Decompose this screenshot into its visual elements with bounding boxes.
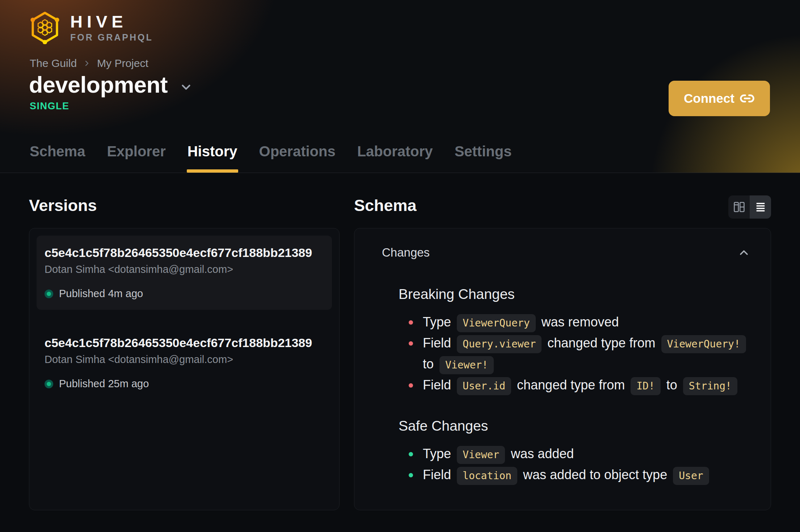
code-chip: location (457, 467, 517, 485)
tab-schema[interactable]: Schema (29, 143, 86, 173)
connect-button-label: Connect (684, 91, 734, 106)
list-view-button[interactable] (750, 195, 771, 219)
change-section-safe: Safe ChangesType Viewer was added Field … (399, 418, 750, 485)
versions-column: Versions c5e4c1c5f78b26465350e4ecf677cf1… (29, 196, 340, 510)
chevron-right-icon (83, 59, 91, 68)
breaking-bullet-icon (409, 383, 413, 388)
schema-column: Schema (354, 196, 771, 510)
changes-label: Changes (382, 246, 430, 259)
version-author: Dotan Simha <dotansimha@gmail.com> (45, 263, 324, 275)
version-status: Published 4m ago (45, 288, 324, 300)
version-status-text: Published 4m ago (59, 288, 143, 300)
version-hash: c5e4c1c5f78b26465350e4ecf677cf188bb21389 (45, 336, 324, 350)
change-section-breaking: Breaking ChangesType ViewerQuery was rem… (399, 286, 750, 396)
view-mode-toggle (728, 195, 771, 219)
code-chip: ID! (631, 377, 661, 395)
tab-explorer[interactable]: Explorer (106, 143, 166, 173)
versions-panel: c5e4c1c5f78b26465350e4ecf677cf188bb21389… (29, 228, 340, 510)
columns-icon (733, 200, 746, 214)
breaking-changes-title: Breaking Changes (399, 286, 750, 302)
safe-change-list: Type Viewer was added Field location was… (399, 443, 750, 485)
version-status-text: Published 25m ago (59, 378, 149, 390)
change-item: Type ViewerQuery was removed (399, 312, 750, 333)
code-chip: ViewerQuery! (661, 335, 746, 353)
page-header: HIVE FOR GRAPHQL The Guild My Project de… (0, 0, 800, 173)
versions-title: Versions (29, 196, 97, 215)
changes-body: Breaking ChangesType ViewerQuery was rem… (382, 286, 750, 485)
schema-title: Schema (354, 196, 417, 215)
change-item: Field User.id changed type from ID! to S… (399, 375, 750, 396)
safe-bullet-icon (409, 452, 413, 456)
change-item-text: Field Query.viewer changed type from Vie… (423, 333, 750, 375)
changes-panel: Changes Breaking ChangesType ViewerQuery… (354, 228, 771, 510)
code-chip: Viewer (457, 446, 505, 464)
change-item: Field location was added to object type … (399, 464, 750, 485)
code-chip: User (673, 467, 709, 485)
breaking-bullet-icon (409, 320, 413, 325)
chevron-down-icon[interactable] (179, 80, 193, 94)
list-icon (754, 200, 767, 214)
safe-bullet-icon (409, 473, 413, 477)
change-item: Type Viewer was added (399, 443, 750, 464)
tab-settings[interactable]: Settings (454, 143, 513, 173)
breadcrumb-project[interactable]: My Project (97, 57, 148, 69)
brand-name: HIVE (70, 12, 127, 31)
safe-changes-title: Safe Changes (399, 418, 750, 434)
change-item-text: Field User.id changed type from ID! to S… (423, 375, 750, 396)
connect-button[interactable]: Connect (669, 81, 770, 116)
tab-laboratory[interactable]: Laboratory (357, 143, 434, 173)
chevron-up-icon (737, 246, 750, 259)
link-icon (740, 91, 755, 106)
version-entry[interactable]: c5e4c1c5f78b26465350e4ecf677cf188bb21389… (37, 236, 332, 310)
page-title: development (29, 72, 168, 98)
main-content: Versions c5e4c1c5f78b26465350e4ecf677cf1… (0, 173, 800, 510)
published-dot-icon (45, 380, 53, 388)
version-entry[interactable]: c5e4c1c5f78b26465350e4ecf677cf188bb21389… (37, 326, 332, 400)
tab-bar: SchemaExplorerHistoryOperationsLaborator… (29, 143, 512, 173)
change-item: Field Query.viewer changed type from Vie… (399, 333, 750, 375)
target-mode-badge: SINGLE (30, 101, 70, 112)
changes-accordion-header[interactable]: Changes (382, 246, 750, 259)
change-item-text: Type Viewer was added (423, 443, 750, 464)
version-status: Published 25m ago (45, 378, 324, 390)
code-chip: String! (683, 377, 737, 395)
version-author: Dotan Simha <dotansimha@gmail.com> (45, 354, 324, 366)
code-chip: Query.viewer (457, 335, 542, 353)
change-item-text: Field location was added to object type … (423, 464, 750, 485)
code-chip: User.id (457, 377, 511, 395)
breadcrumb-org[interactable]: The Guild (30, 57, 77, 69)
breaking-bullet-icon (409, 341, 413, 346)
code-chip: Viewer! (439, 356, 494, 374)
change-item-text: Type ViewerQuery was removed (423, 312, 750, 333)
brand-tagline: FOR GRAPHQL (70, 33, 153, 42)
tab-history[interactable]: History (187, 143, 238, 173)
columns-view-button[interactable] (728, 195, 750, 219)
brand-logo[interactable]: HIVE FOR GRAPHQL (29, 11, 153, 44)
code-chip: ViewerQuery (457, 314, 535, 332)
hive-logo-icon (29, 11, 61, 44)
breaking-change-list: Type ViewerQuery was removed Field Query… (399, 312, 750, 396)
version-hash: c5e4c1c5f78b26465350e4ecf677cf188bb21389 (45, 246, 324, 260)
breadcrumb: The Guild My Project (30, 57, 148, 69)
published-dot-icon (45, 290, 53, 298)
tab-operations[interactable]: Operations (258, 143, 336, 173)
